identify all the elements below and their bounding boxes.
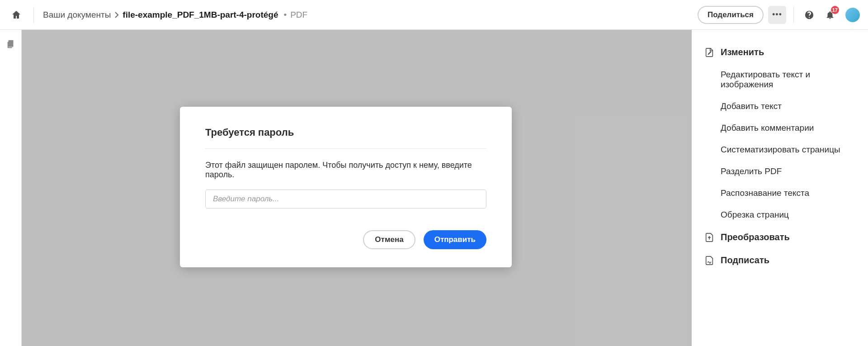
top-bar: Ваши документы file-example_PDF_1MB-part… — [0, 0, 868, 30]
avatar[interactable] — [845, 8, 860, 22]
sign-icon — [704, 256, 714, 265]
home-icon — [11, 9, 22, 20]
breadcrumb-root[interactable]: Ваши документы — [43, 10, 111, 20]
more-icon: ••• — [772, 10, 782, 19]
section-convert-label: Преобразовать — [721, 232, 790, 242]
modal-backdrop: Требуется пароль Этот файл защищен парол… — [0, 30, 692, 346]
panel-item-ocr[interactable]: Распознавание текста — [692, 182, 868, 204]
divider — [793, 7, 794, 23]
panel-item-organize-pages[interactable]: Систематизировать страницы — [692, 139, 868, 161]
submit-button[interactable]: Отправить — [424, 230, 486, 249]
home-button[interactable] — [8, 7, 24, 23]
help-button[interactable] — [801, 7, 817, 23]
section-edit-label: Изменить — [721, 47, 764, 57]
edit-pdf-icon — [704, 47, 714, 57]
help-icon — [804, 10, 814, 20]
divider — [33, 7, 34, 23]
modal-actions: Отмена Отправить — [205, 230, 486, 249]
panel-item-crop-pages[interactable]: Обрезка страниц — [692, 204, 868, 226]
panel-item-add-comments[interactable]: Добавить комментарии — [692, 117, 868, 139]
password-input[interactable] — [205, 190, 486, 209]
password-modal: Требуется пароль Этот файл защищен парол… — [180, 107, 512, 267]
panel-item-split-pdf[interactable]: Разделить PDF — [692, 161, 868, 182]
notifications-button[interactable]: 17 — [822, 7, 838, 23]
top-right-controls: Поделиться ••• 17 — [698, 6, 860, 24]
notif-badge: 17 — [831, 6, 839, 14]
section-convert[interactable]: Преобразовать — [692, 226, 868, 249]
cancel-button[interactable]: Отмена — [363, 230, 415, 249]
more-button[interactable]: ••• — [768, 6, 786, 24]
panel-item-edit-text-images[interactable]: Редактировать текст и изображения — [692, 64, 868, 95]
convert-icon — [704, 232, 714, 242]
right-panel: Изменить Редактировать текст и изображен… — [692, 30, 868, 346]
section-sign[interactable]: Подписать — [692, 249, 868, 272]
breadcrumb-file-type: PDF — [290, 10, 307, 20]
breadcrumb-bullet: • — [284, 10, 287, 20]
share-button[interactable]: Поделиться — [698, 6, 764, 24]
panel-item-add-text[interactable]: Добавить текст — [692, 95, 868, 117]
modal-body-text: Этот файл защищен паролем. Чтобы получит… — [205, 161, 486, 180]
breadcrumb-current: file-example_PDF_1MB-part-4-protégé — [123, 10, 278, 20]
breadcrumb: Ваши документы file-example_PDF_1MB-part… — [43, 10, 698, 20]
section-sign-label: Подписать — [721, 255, 769, 265]
modal-title: Требуется пароль — [205, 127, 486, 149]
chevron-right-icon — [114, 12, 119, 18]
section-edit[interactable]: Изменить — [692, 41, 868, 64]
